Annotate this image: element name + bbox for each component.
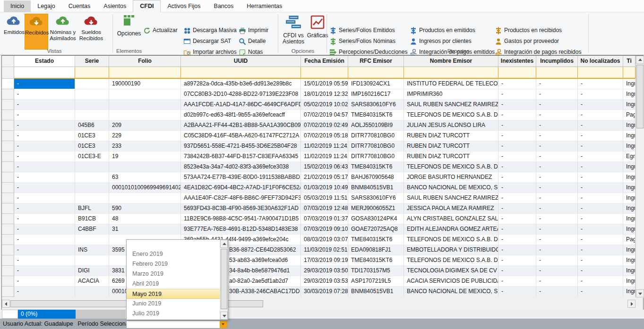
- cell-estado[interactable]: -: [14, 193, 75, 203]
- cell-rfc[interactable]: BAHJ670905648: [348, 172, 404, 183]
- filter-cell-fecha-emisión[interactable]: [301, 67, 348, 79]
- cell-folio[interactable]: 48: [109, 214, 181, 224]
- row-selector[interactable]: [2, 235, 14, 245]
- cell-folio[interactable]: [109, 89, 181, 100]
- cell-rfc[interactable]: TDI1703157M5: [348, 266, 404, 276]
- cell-tipo[interactable]: Ingr: [623, 203, 635, 214]
- ribbon-item-productos-en-recibidos[interactable]: Productos en recibidos: [495, 26, 562, 35]
- cell-fecha[interactable]: 05/02/2019 10:02:: [301, 100, 348, 110]
- row-selector[interactable]: [2, 141, 14, 152]
- cell-serie[interactable]: BJFL: [75, 203, 109, 214]
- cell-no_localizados[interactable]: -: [578, 203, 623, 214]
- cell-nombre[interactable]: ALYN CRISTABEL GONZALEZ SALUD: [404, 214, 498, 224]
- cell-incumplidos[interactable]: -: [536, 214, 578, 224]
- cell-estado[interactable]: -: [14, 183, 75, 193]
- filter-cell-rfc-emisor[interactable]: [348, 67, 404, 79]
- cell-inexistentes[interactable]: -: [498, 193, 536, 203]
- cell-estado[interactable]: -: [14, 79, 75, 89]
- tab-cuentas[interactable]: Cuentas: [62, 0, 97, 12]
- cell-nombre[interactable]: TELEFONOS DE MEXICO S.A.B. DE C.V: [404, 235, 498, 245]
- dropdown-scrollbar[interactable]: [220, 240, 228, 320]
- horizontal-scrollbar[interactable]: [2, 300, 635, 308]
- cell-inexistentes[interactable]: -: [498, 266, 536, 276]
- cell-incumplidos[interactable]: -: [536, 235, 578, 245]
- ribbon-item-imprimir[interactable]: Imprimir: [239, 26, 268, 35]
- cell-inexistentes[interactable]: -: [498, 183, 536, 193]
- cell-incumplidos[interactable]: -: [536, 100, 578, 110]
- cell-folio[interactable]: 190000190: [109, 79, 181, 89]
- cell-no_localizados[interactable]: -: [578, 172, 623, 183]
- column-header-nombre-emisor[interactable]: Nombre Emisor: [404, 56, 498, 67]
- cell-uuid[interactable]: AAA1E40F-C82F-48F6-BB6C-9FEF73D942F3: [181, 193, 301, 203]
- cell-uuid[interactable]: A2BAAA21-FF44-42B1-8B88-5AA1A390CB09: [181, 120, 301, 131]
- cell-tipo[interactable]: Egre: [623, 152, 635, 162]
- cell-nombre[interactable]: RUBEN DIAZ TURCOTT: [404, 131, 498, 141]
- cell-incumplidos[interactable]: -: [536, 141, 578, 152]
- cell-nombre[interactable]: SAUL RUBEN SANCHEZ RAMIREZ: [404, 193, 498, 203]
- cell-folio[interactable]: 0001010100969949691402: [109, 183, 181, 193]
- vertical-scrollbar[interactable]: [635, 56, 644, 298]
- cell-fecha[interactable]: 11/03/2019 02:51:: [301, 245, 348, 255]
- cell-no_localizados[interactable]: -: [578, 266, 623, 276]
- cell-nombre[interactable]: TELEFONOS DE MEXICO S.A.B. DE C.V: [404, 255, 498, 266]
- cell-incumplidos[interactable]: -: [536, 276, 578, 287]
- cell-nombre[interactable]: INSTITUTO FEDERAL DE TELECOMUN: [404, 79, 498, 89]
- cell-nombre[interactable]: TECNOLOGIA DIGIMEX SA DE CV: [404, 266, 498, 276]
- ribbon-item-series-folios-nóminas[interactable]: Series/Folios Nóminas: [329, 37, 395, 46]
- cell-nombre[interactable]: IMPRIMIR360: [404, 89, 498, 100]
- cell-serie[interactable]: 045B6: [75, 120, 109, 131]
- cell-fecha[interactable]: 07/02/2019 05:18:: [301, 131, 348, 141]
- cell-fecha[interactable]: 11/02/2019 11:24:: [301, 141, 348, 152]
- cell-inexistentes[interactable]: -: [498, 89, 536, 100]
- cell-estado[interactable]: -: [14, 100, 75, 110]
- ribbon-item-cfdi-vs-asientos[interactable]: CFDI vs Asientos: [282, 14, 305, 45]
- cell-estado[interactable]: -: [14, 162, 75, 172]
- cell-rfc[interactable]: BNM840515VB1: [348, 287, 404, 297]
- tab-cfdi[interactable]: CFDI: [133, 0, 161, 12]
- cell-inexistentes[interactable]: -: [498, 100, 536, 110]
- vistas-button-emitidos[interactable]: Emitidos: [4, 14, 24, 50]
- cell-no_localizados[interactable]: -: [578, 89, 623, 100]
- cell-fecha[interactable]: 07/03/2019 09:10:: [301, 224, 348, 235]
- filter-cell-estado[interactable]: [14, 67, 75, 79]
- cell-nombre[interactable]: TELEFONOS DE MEXICO S.A.B. DE C.V: [404, 162, 498, 172]
- cell-fecha[interactable]: 30/03/2019 07:28:: [301, 287, 348, 297]
- column-header-ti[interactable]: Ti: [623, 56, 635, 67]
- cell-tipo[interactable]: Ingr: [623, 131, 635, 141]
- ribbon-item-productos-en-emitidos[interactable]: Productos en emitidos: [410, 26, 475, 35]
- cell-rfc[interactable]: DITR770810BG0: [348, 131, 404, 141]
- cell-fecha[interactable]: 15/02/2019 06:43:: [301, 162, 348, 172]
- cell-rfc[interactable]: TME840315KT6: [348, 235, 404, 245]
- row-selector[interactable]: [2, 245, 14, 255]
- cell-inexistentes[interactable]: -: [498, 152, 536, 162]
- cell-rfc[interactable]: DITR770810BG0: [348, 141, 404, 152]
- column-header-folio[interactable]: Folio: [109, 56, 181, 67]
- cell-serie[interactable]: 01CE3: [75, 141, 109, 152]
- cell-inexistentes[interactable]: -: [498, 120, 536, 131]
- cell-estado[interactable]: -: [14, 266, 75, 276]
- cell-estado[interactable]: -: [14, 235, 75, 245]
- row-selector[interactable]: [2, 266, 14, 276]
- cell-nombre[interactable]: RUBEN DIAZ TURCOTT: [404, 141, 498, 152]
- cell-estado[interactable]: -: [14, 214, 75, 224]
- dropdown-item-enero-2019[interactable]: Enero 2019: [127, 249, 220, 259]
- cell-uuid[interactable]: 11B2E9C6-98B8-4C5C-9541-7A900471D1B5: [181, 214, 301, 224]
- cell-serie[interactable]: [75, 183, 109, 193]
- cell-tipo[interactable]: Pag: [623, 110, 635, 120]
- cell-tipo[interactable]: Ingr: [623, 245, 635, 255]
- cell-estado[interactable]: -: [14, 224, 75, 235]
- scroll-left-button[interactable]: [2, 300, 10, 308]
- cell-folio[interactable]: 209: [109, 120, 181, 131]
- cell-nombre[interactable]: EMBOTELLADORA Y DISTRIBUIDORA: [404, 245, 498, 255]
- cell-no_localizados[interactable]: -: [578, 79, 623, 89]
- column-header-fecha-emisión[interactable]: Fecha Emisión: [301, 56, 348, 67]
- column-header-inexistentes[interactable]: Inexistentes: [498, 56, 536, 67]
- cell-tipo[interactable]: Ingr: [623, 172, 635, 183]
- cell-fecha[interactable]: 01/03/2019 10:49:: [301, 183, 348, 193]
- cell-uuid[interactable]: 937D5651-558E-4721-B455-3D6E25B04F28: [181, 141, 301, 152]
- dropdown-item-julio-2019[interactable]: Julio 2019: [127, 309, 220, 319]
- cell-serie[interactable]: B91CB: [75, 214, 109, 224]
- cell-tipo[interactable]: Ingr: [623, 141, 635, 152]
- cell-estado[interactable]: -: [14, 276, 75, 287]
- cell-tipo[interactable]: Ingr: [623, 162, 635, 172]
